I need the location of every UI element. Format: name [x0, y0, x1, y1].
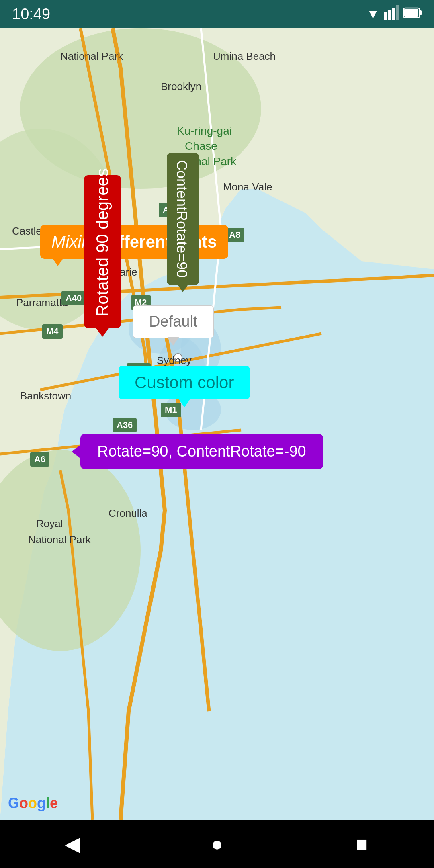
- status-time: 10:49: [12, 6, 50, 23]
- svg-rect-3: [396, 5, 399, 20]
- marker-rotated-90-text: Rotated 90 degrees: [93, 168, 112, 317]
- navigation-bar: ◀ ● ■: [0, 820, 434, 868]
- svg-rect-6: [404, 9, 418, 17]
- home-icon: ●: [211, 832, 223, 856]
- road-badge-a36: A36: [113, 418, 137, 432]
- marker-default-arrow: [167, 337, 179, 346]
- svg-rect-5: [420, 10, 422, 15]
- road-badge-a6: A6: [30, 452, 49, 467]
- marker-rotated-90[interactable]: Rotated 90 degrees: [84, 175, 121, 328]
- marker-custom-color[interactable]: Custom color: [119, 366, 250, 399]
- marker-content-rotate[interactable]: ContentRotate=90: [167, 153, 199, 285]
- marker-custom-color-arrow: [178, 399, 190, 407]
- road-badge-m4: M4: [42, 324, 63, 339]
- recents-icon: ■: [356, 832, 368, 856]
- road-badge-a40: A40: [61, 291, 86, 305]
- wifi-icon: ▼: [366, 7, 379, 22]
- marker-mixing-fonts[interactable]: Mixing different fonts: [40, 225, 228, 259]
- marker-default-text: Default: [149, 313, 197, 330]
- svg-rect-1: [388, 10, 391, 20]
- marker-custom-color-text: Custom color: [135, 373, 234, 392]
- svg-rect-0: [384, 12, 387, 20]
- marker-rotate-content-text: Rotate=90, ContentRotate=-90: [97, 443, 306, 460]
- battery-icon: [403, 7, 422, 22]
- marker-rotate-content-arrow: [72, 444, 81, 459]
- back-icon: ◀: [65, 832, 80, 856]
- status-icons: ▼: [366, 5, 422, 23]
- map-container[interactable]: National Park Umina Beach Brooklyn Ku-ri…: [0, 28, 434, 820]
- marker-content-rotate-text: ContentRotate=90: [174, 160, 190, 278]
- home-button[interactable]: ●: [197, 828, 237, 860]
- marker-rotate-content[interactable]: Rotate=90, ContentRotate=-90: [80, 434, 323, 469]
- map-background: [0, 28, 434, 820]
- back-button[interactable]: ◀: [52, 828, 92, 860]
- status-bar: 10:49 ▼: [0, 0, 434, 28]
- svg-point-17: [174, 354, 182, 362]
- marker-default[interactable]: Default: [133, 305, 214, 338]
- google-logo: Google: [8, 795, 58, 812]
- signal-icon: [384, 5, 399, 23]
- svg-rect-2: [392, 8, 395, 20]
- marker-rotated-90-arrow: [95, 327, 110, 337]
- recents-button[interactable]: ■: [342, 828, 382, 860]
